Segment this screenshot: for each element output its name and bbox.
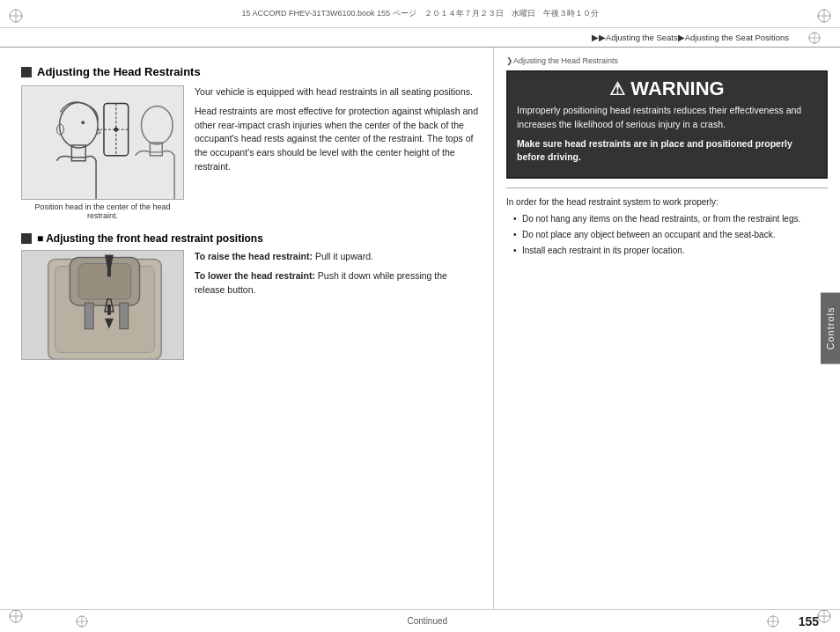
warning-paragraph-2: Make sure head restraints are in place a… (517, 137, 817, 165)
head-illustration-container: Position head in the center of the head … (21, 85, 184, 220)
page-footer: Continued 155 (0, 609, 840, 632)
front-adjustment-section: To raise the head restraint: Pull it upw… (21, 250, 479, 360)
info-item-1: Do not hang any items on the head restra… (513, 212, 828, 225)
svg-rect-37 (107, 305, 111, 315)
image-caption: Position head in the center of the head … (21, 202, 184, 220)
lower-label: To lower the head restraint: (195, 270, 315, 281)
info-item-3: Install each restraint in its proper loc… (513, 244, 828, 257)
instructions-text: To raise the head restraint: Pull it upw… (195, 250, 479, 297)
breadcrumb-reg-mark (807, 30, 822, 46)
file-info: 15 ACCORD FHEV-31T3W6100.book 155 ページ ２０… (241, 8, 598, 19)
svg-rect-33 (120, 303, 129, 329)
heading-square-icon (21, 67, 32, 77)
warning-title-row: ⚠ WARNING (517, 77, 817, 100)
raise-instruction: To raise the head restraint: Pull it upw… (195, 250, 479, 264)
warning-paragraph-1: Improperly positioning head restraints r… (517, 104, 817, 132)
intro-paragraph-1: Your vehicle is equipped with head restr… (195, 85, 479, 99)
controls-side-tab: Controls (821, 293, 840, 364)
footer-continued: Continued (90, 616, 765, 626)
raise-text: Pull it upward. (315, 251, 373, 261)
sub-heading-square-icon (21, 233, 32, 244)
head-illustration (21, 85, 184, 200)
intro-text-container: Your vehicle is equipped with head restr… (195, 85, 479, 220)
head-restraint-section: Position head in the center of the head … (21, 85, 479, 220)
right-breadcrumb: ❯Adjusting the Head Restraints (506, 56, 828, 65)
section-heading: Adjusting the Head Restraints (21, 65, 479, 78)
intro-paragraph-2: Head restraints are most effective for p… (195, 105, 479, 174)
sub-section-heading: ■ Adjusting the front head restraint pos… (21, 232, 479, 245)
right-breadcrumb-text: ❯Adjusting the Head Restraints (506, 56, 618, 65)
breadcrumb-text: ▶▶Adjusting the Seats▶Adjusting the Seat… (592, 33, 789, 42)
main-content: Adjusting the Head Restraints (0, 48, 840, 609)
footer-reg-mark-right (765, 614, 781, 629)
right-column: ❯Adjusting the Head Restraints ⚠ WARNING… (493, 48, 840, 609)
raise-label: To raise the head restraint: (195, 251, 313, 261)
section-title: Adjusting the Head Restraints (37, 65, 201, 78)
info-item-2: Do not place any object between an occup… (513, 228, 828, 241)
page-container: 15 ACCORD FHEV-31T3W6100.book 155 ページ ２０… (0, 0, 840, 632)
page-number: 155 (799, 614, 819, 628)
lower-instruction: To lower the head restraint: Push it dow… (195, 269, 479, 298)
warning-title-text: WARNING (630, 77, 724, 100)
warning-text-container: Improperly positioning head restraints r… (517, 104, 817, 165)
warning-box: ⚠ WARNING Improperly positioning head re… (506, 70, 828, 179)
front-illustration-container (21, 250, 184, 360)
corner-reg-top-left (7, 7, 25, 25)
breadcrumb-bar: ▶▶Adjusting the Seats▶Adjusting the Seat… (0, 28, 840, 48)
svg-rect-31 (78, 264, 130, 300)
top-header: 15 ACCORD FHEV-31T3W6100.book 155 ページ ２０… (0, 0, 840, 28)
svg-point-19 (81, 121, 85, 124)
front-illustration (21, 250, 184, 360)
sub-section-title: ■ Adjusting the front head restraint pos… (37, 232, 263, 245)
intro-text: Your vehicle is equipped with head restr… (195, 85, 479, 174)
info-intro: In order for the head restraint system t… (506, 195, 828, 209)
warning-triangle-icon: ⚠ (609, 78, 625, 99)
svg-rect-35 (107, 266, 111, 276)
info-section: In order for the head restraint system t… (506, 187, 828, 257)
svg-rect-32 (85, 303, 93, 329)
instructions-container: To raise the head restraint: Pull it upw… (195, 250, 479, 360)
svg-point-23 (114, 128, 118, 132)
footer-reg-mark (74, 614, 90, 629)
info-list: Do not hang any items on the head restra… (506, 212, 828, 257)
left-column: Adjusting the Head Restraints (0, 48, 493, 609)
corner-reg-top-right (815, 7, 833, 25)
sidebar-label: Controls (825, 307, 836, 350)
